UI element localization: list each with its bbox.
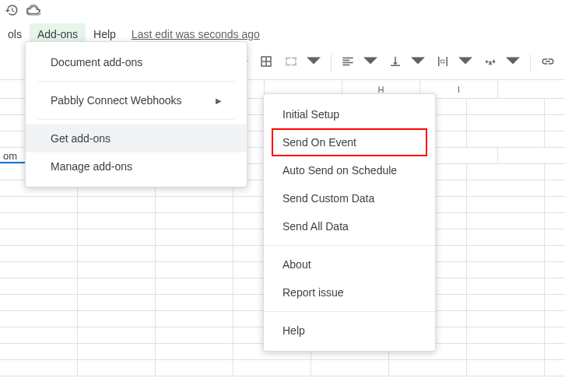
text-rotation-button[interactable] <box>483 54 497 71</box>
cell[interactable] <box>78 197 156 212</box>
menu-separator <box>38 81 234 82</box>
cell[interactable] <box>0 197 78 212</box>
submenu-send-all[interactable]: Send All Data <box>264 212 435 240</box>
submenu-auto-send[interactable]: Auto Send on Schedule <box>264 156 435 184</box>
cell[interactable] <box>0 278 78 294</box>
cell[interactable] <box>156 278 233 294</box>
submenu-help[interactable]: Help <box>264 317 435 345</box>
menu-item-label: Manage add-ons <box>51 160 132 173</box>
cell[interactable] <box>78 360 156 376</box>
title-icons <box>0 0 565 23</box>
cell[interactable] <box>156 295 233 310</box>
submenu-report-issue[interactable]: Report issue <box>264 278 435 306</box>
cell[interactable] <box>467 327 545 343</box>
cell[interactable] <box>78 295 156 310</box>
cell[interactable] <box>78 278 156 294</box>
table-row <box>0 360 565 376</box>
cell[interactable] <box>0 360 78 376</box>
cell[interactable] <box>156 344 233 359</box>
submenu-send-on-event[interactable]: Send On Event <box>272 128 427 156</box>
cell[interactable] <box>389 360 467 376</box>
cell[interactable] <box>156 262 233 278</box>
menu-item-label: Get add-ons <box>51 132 111 145</box>
cell[interactable] <box>156 213 233 229</box>
cell[interactable] <box>467 229 545 245</box>
cell[interactable] <box>467 344 545 359</box>
cell[interactable] <box>0 262 78 278</box>
cell[interactable] <box>78 327 156 343</box>
cell[interactable] <box>467 262 545 278</box>
cell[interactable] <box>78 262 156 278</box>
cell[interactable] <box>0 229 78 245</box>
submenu-initial-setup[interactable]: Initial Setup <box>264 100 435 128</box>
cell[interactable] <box>78 344 156 359</box>
vertical-align-button[interactable] <box>388 54 402 71</box>
cell[interactable] <box>467 295 545 310</box>
submenu-about[interactable]: About <box>264 250 435 278</box>
menu-item-label: Pabbly Connect Webhooks <box>51 94 182 107</box>
chevron-down-icon[interactable] <box>363 54 377 71</box>
menu-document-addons[interactable]: Document add-ons <box>26 48 247 76</box>
cell[interactable] <box>467 99 545 114</box>
cell[interactable] <box>467 197 545 212</box>
chevron-down-icon[interactable] <box>307 54 321 71</box>
submenu-arrow-icon: ▶ <box>216 96 222 105</box>
cell[interactable] <box>0 295 78 310</box>
cell[interactable] <box>0 246 78 261</box>
cell[interactable] <box>156 311 233 327</box>
cell[interactable] <box>467 278 545 294</box>
borders-button[interactable] <box>259 54 273 71</box>
cell[interactable] <box>311 360 389 376</box>
menu-manage-addons[interactable]: Manage add-ons <box>26 152 247 180</box>
cell[interactable] <box>78 229 156 245</box>
submenu-send-custom[interactable]: Send Custom Data <box>264 184 435 212</box>
cell[interactable] <box>467 164 545 180</box>
cell[interactable] <box>467 115 545 131</box>
cell[interactable] <box>233 360 311 376</box>
cell[interactable] <box>467 311 545 327</box>
cloud-icon[interactable] <box>26 3 40 19</box>
last-edit-link[interactable]: Last edit was seconds ago <box>124 28 260 40</box>
cell[interactable] <box>156 246 233 261</box>
cell[interactable] <box>467 180 545 196</box>
cell[interactable] <box>78 213 156 229</box>
menu-separator <box>38 119 234 120</box>
chevron-down-icon[interactable] <box>506 54 520 71</box>
history-icon[interactable] <box>5 3 19 19</box>
menu-separator <box>264 245 435 246</box>
cell[interactable] <box>0 213 78 229</box>
toolbar-divider <box>331 54 332 72</box>
cell[interactable] <box>78 311 156 327</box>
cell[interactable] <box>0 327 78 343</box>
cell[interactable] <box>156 360 233 376</box>
cell[interactable] <box>0 344 78 359</box>
menu-item-label: Document add-ons <box>51 56 142 68</box>
cell[interactable] <box>0 311 78 327</box>
horizontal-align-button[interactable] <box>341 54 355 71</box>
cell[interactable] <box>467 213 545 229</box>
cell[interactable] <box>467 246 545 261</box>
merge-cells-button[interactable] <box>284 54 298 71</box>
pabbly-submenu: Initial Setup Send On Event Auto Send on… <box>263 93 436 352</box>
menu-get-addons[interactable]: Get add-ons <box>26 124 247 152</box>
toolbar-divider <box>530 54 531 72</box>
chevron-down-icon[interactable] <box>411 54 425 71</box>
cell[interactable] <box>78 246 156 261</box>
text-wrap-button[interactable] <box>436 54 450 71</box>
menu-pabbly-connect[interactable]: Pabbly Connect Webhooks ▶ <box>26 86 247 114</box>
cell[interactable] <box>156 327 233 343</box>
insert-link-button[interactable] <box>541 54 555 71</box>
cell[interactable] <box>467 131 545 147</box>
cell[interactable] <box>156 197 233 212</box>
cell[interactable] <box>467 360 545 376</box>
addons-menu: Document add-ons Pabbly Connect Webhooks… <box>25 41 247 187</box>
cell[interactable] <box>156 229 233 245</box>
chevron-down-icon[interactable] <box>458 54 472 71</box>
menu-separator <box>264 311 435 312</box>
